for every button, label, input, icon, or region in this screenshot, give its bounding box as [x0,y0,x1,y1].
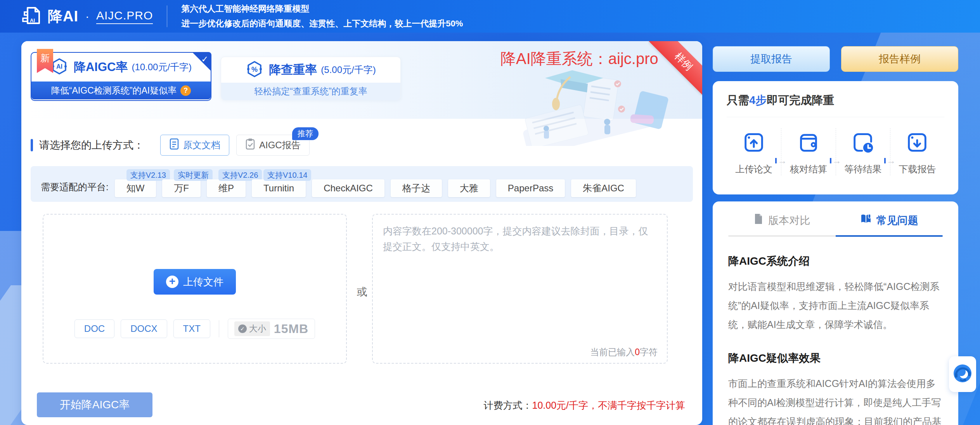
platform-label: 需要适配的平台: [41,181,109,193]
faq-section-body: 对比语言模型和思维逻辑，轻松降低“AIGC检测系统”的AI疑似率，支持市面上主流… [728,277,943,334]
filetype-txt[interactable]: TXT [173,319,210,338]
svg-text:AI: AI [56,63,62,70]
platform-chip-label: 知W [126,183,145,193]
upload-file-button[interactable]: + 上传文件 [154,269,236,295]
char-counter-suffix: 字符 [640,347,658,357]
platform-chip-label: 维P [218,183,234,193]
platform-chip-zhiw[interactable]: 支持V2.13 知W [115,179,156,197]
underline-inactive [728,235,836,237]
platform-chip-label: PaperPass [508,183,553,193]
platform-chip-turnitin[interactable]: 支持V10.14 Turnitin [252,179,306,197]
help-icon[interactable]: ? [180,85,191,96]
method-aigc-report-button[interactable]: AIGC报告 推荐 [236,135,310,156]
faq-tab-underline [728,235,943,237]
tab-chachong-top: % 降查重率 (5.00元/千字) [221,57,400,83]
section-marker [31,139,33,151]
filetype-doc[interactable]: DOC [74,319,114,338]
customer-service-button[interactable] [949,356,976,392]
platform-chip-zhuque[interactable]: 朱雀AIGC [571,179,636,197]
billing-info: 计费方式：10.00元/千字，不满千字按千字计算 [483,399,685,412]
faq-tabs: 版本对比 常见问题 [728,213,943,227]
step-label: 等待结果 [844,163,881,175]
tagline-line2: 进一步优化修改后的语句通顺度、连贯性、上下文结构，较上一代提升50% [181,18,463,29]
wait-clock-icon [851,130,875,156]
start-button[interactable]: 开始降AIGC率 [37,392,152,417]
step-arrow-icon: → [884,156,896,165]
underline-active [836,235,943,237]
headset-icon [952,363,973,385]
faq-section-body: 市面上的查重系统和AICG针对AI的算法会使用多种不同的AI检测模型进行计算，即… [728,374,943,425]
step-upload-paper: 上传论文 [727,128,781,175]
filetype-docx[interactable]: DOCX [121,319,167,338]
tab-jiang-aigc[interactable]: 新 ✓ AI 降AIGC率 (10.00元/千字) 降低“AIGC检测系统”的A… [31,52,211,101]
platform-chip-wanf[interactable]: 实时更新 万F [162,179,201,197]
billing-label: 计费方式： [483,400,532,411]
tab-faq[interactable]: 常见问题 [836,213,943,227]
file-upload-dropzone[interactable]: + 上传文件 DOC DOCX TXT ✓ 大小 15MB [43,214,347,364]
steps-title-prefix: 只需 [727,94,749,106]
tab-chachong-price: (5.00元/千字) [321,64,376,76]
document-icon [169,138,179,152]
char-counter: 当前已输入0字符 [590,346,658,358]
svg-text:%: % [251,66,258,73]
logo-dot: · [85,10,89,23]
plus-icon: + [166,276,178,288]
step-arrow-icon: → [830,156,841,165]
faq-section-title: 降AIGC疑似率效果 [728,351,943,366]
header-divider [167,5,167,27]
sample-ribbon: 样例 [648,41,702,95]
step-verify-payment: → 核对结算 [781,128,835,175]
platform-chip-label: 大雅 [460,183,478,193]
logo-doc-icon: AI [21,5,42,28]
text-input-box: 当前已输入0字符 [372,214,668,364]
size-label: 大小 [249,323,266,335]
platform-chip-checkaigc[interactable]: CheckAIGC [312,179,384,197]
upload-doc-icon [742,130,766,156]
method-label: 请选择您的上传方式： [39,138,144,152]
tab-jiang-chachong[interactable]: % 降查重率 (5.00元/千字) 轻松搞定“查重系统”的重复率 [221,57,401,100]
tab-version-compare[interactable]: 版本对比 [728,213,836,227]
svg-text:AI: AI [30,17,35,23]
method-original-doc-label: 原文文档 [183,139,220,151]
check-badge-icon: ✓ [238,324,247,333]
logo[interactable]: AI 降AI · AIJC.PRO [21,5,153,28]
faq-card: 版本对比 常见问题 降AIGC系统介绍 对比语言模型和思维逻辑，轻松降低“AIG… [713,201,958,425]
step-arrow-icon: → [775,156,787,165]
sidebar: 提取报告 报告样例 只需4步即可完成降重 上传论文 → [713,41,958,425]
platform-chip-label: 万F [174,183,189,193]
main-panel: 降AI降重系统：aijc.pro 样例 新 ✓ AI 降AIGC率 (10.00… [21,41,702,425]
upload-file-label: 上传文件 [183,275,223,289]
tab-faq-label: 常见问题 [876,213,918,227]
header-tagline: 第六代人工智能神经网络降重模型 进一步优化修改后的语句通顺度、连贯性、上下文结构… [181,3,463,29]
tab-aigc-title: 降AIGC率 [74,59,128,75]
or-divider: 或 [350,285,374,299]
tagline-line1: 第六代人工智能神经网络降重模型 [181,3,463,15]
logo-domain-link[interactable]: AIJC.PRO [96,9,153,24]
method-original-doc-button[interactable]: 原文文档 [160,135,229,156]
size-limit-chip: ✓ 大小 15MB [228,319,315,339]
size-pill: ✓ 大小 [234,321,270,336]
wallet-icon [796,130,821,156]
tab-version-label: 版本对比 [768,213,810,227]
tab-aigc-subtitle: 降低“AIGC检测系统”的AI疑似率 ? [31,82,211,99]
steps-title: 只需4步即可完成降重 [727,93,944,117]
version-doc-icon [753,213,764,227]
content-textarea[interactable] [373,215,667,331]
report-sample-button[interactable]: 报告样例 [841,46,958,72]
filetype-row: DOC DOCX TXT ✓ 大小 15MB [43,319,346,339]
platform-chip-label: 格子达 [402,183,430,193]
header: AI 降AI · AIJC.PRO 第六代人工智能神经网络降重模型 进一步优化修… [0,0,980,33]
extract-report-button[interactable]: 提取报告 [713,46,830,72]
recommend-badge: 推荐 [292,127,319,140]
char-counter-value: 0 [635,347,640,357]
divider [219,320,219,337]
platform-chip-daya[interactable]: 大雅 [448,179,490,197]
billing-value: 10.00元/千字，不满千字按千字计算 [532,400,685,411]
platform-chip-gezida[interactable]: 格子达 [391,179,442,197]
faq-book-icon [860,213,872,227]
check-icon: ✓ [201,54,208,64]
platform-chip-weip[interactable]: 支持V2.26 维P [207,179,246,197]
step-wait-result: → 等待结果 [836,128,890,175]
platform-chip-paperpass[interactable]: PaperPass [496,179,565,197]
tab-chachong-subtitle-text: 轻松搞定“查重系统”的重复率 [254,85,367,97]
